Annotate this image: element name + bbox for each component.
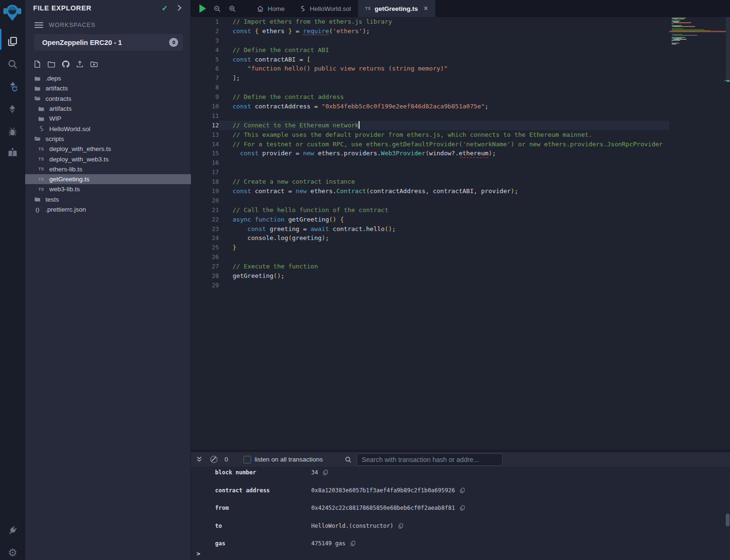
transaction-count: 0 [225,456,228,463]
tree-item--prettierrc-json[interactable]: {}.prettierrc.json [25,204,191,214]
import-icon[interactable] [90,60,98,68]
tree-item-contracts[interactable]: contracts [25,94,191,104]
tree-item-helloworld-sol[interactable]: HelloWorld.sol [25,124,191,133]
debugger-icon[interactable] [0,124,25,139]
tree-item--deps[interactable]: .deps [25,73,191,83]
settings-icon[interactable]: ⚙ [0,545,25,560]
publish-icon[interactable] [75,60,84,68]
tx-row-from: from0x42452c22c88178685850e68beb6cf0f2ae… [191,505,730,514]
tree-item-deploy-with-web3-ts[interactable]: TSdeploy_with_web3.ts [25,154,191,164]
code-text [219,168,669,177]
tree-item-scripts[interactable]: scripts [25,134,191,144]
line-number: 7 [191,73,219,83]
code-line-17: 17 [191,168,669,177]
copy-icon[interactable] [398,523,404,530]
line-number: 25 [191,243,219,252]
terminal-search-icon[interactable] [344,456,352,463]
tree-item-label: deploy_with_ethers.ts [49,145,111,152]
code-line-2: 2const { ethers } = require('ethers'); [191,27,669,36]
code-text: console.log(greeting); [219,233,669,243]
editor-scrollbar[interactable] [726,17,730,80]
tab-helloworld-sol[interactable]: HelloWorld.sol [292,0,358,17]
tx-row-to: toHelloWorld.(constructor) [191,523,730,532]
tab-home[interactable]: Home [250,0,292,17]
terminal-search-input[interactable] [357,453,503,466]
copy-icon[interactable] [460,488,465,495]
github-icon[interactable] [61,60,70,68]
solidity-compiler-icon[interactable] [0,79,25,94]
folder-icon [34,75,41,82]
listen-checkbox[interactable] [243,456,251,463]
tree-item-web3-lib-ts[interactable]: TSweb3-lib.ts [25,184,191,194]
json-icon: {} [34,207,41,213]
tree-item-tests[interactable]: tests [25,195,191,204]
copy-icon[interactable] [350,541,356,548]
copy-icon[interactable] [460,505,465,512]
clear-console-icon[interactable] [210,456,217,463]
line-number: 21 [191,205,219,215]
terminal-scrollbar[interactable] [726,514,730,526]
line-number: 27 [191,262,219,271]
code-line-27: 27// Execute the function [191,262,669,271]
ts-icon: TS [37,177,45,182]
minimap[interactable] [669,18,726,429]
new-file-icon[interactable] [33,60,41,68]
check-icon[interactable]: ✓ [162,4,168,13]
search-icon[interactable] [0,56,25,71]
folder-open-icon [34,135,41,142]
tree-item-artifacts[interactable]: artifacts [25,104,191,114]
tx-row-contract-address: contract address0x8a120383e6057b1f3aef4f… [191,487,730,497]
tree-item-wip[interactable]: WIP [25,114,191,124]
workspace-select[interactable]: OpenZeppelin ERC20 - 1 [34,34,183,51]
tab-getgreeting-ts[interactable]: TSgetGreeting.ts× [358,0,435,17]
code-text [219,252,669,262]
tx-row-value: 0x8a120383e6057b1f3aef4fa9b89c2f1b0a6959… [311,487,465,495]
file-explorer-icon[interactable] [0,34,25,49]
code-text [219,281,669,290]
line-number: 9 [191,92,219,102]
line-number: 16 [191,158,219,168]
code-editor[interactable]: 1// Import ethers from the ethers.js lib… [191,17,669,450]
ts-icon: TS [37,157,45,161]
tab-label: HelloWorld.sol [310,5,351,12]
code-text: // Connect to the Ethereum network [219,121,669,130]
line-number: 3 [191,36,219,45]
workspace-sorter-icon[interactable] [169,38,178,47]
tab-close-icon[interactable]: × [424,4,428,13]
tx-row-label: gas [215,540,225,547]
tree-item-label: .prettierrc.json [45,206,86,213]
code-line-14: 14// For a testnet or custom RPC, use et… [191,140,669,149]
code-line-18: 18// Create a new contract instance [191,177,669,187]
collapse-terminal-icon[interactable] [196,456,203,463]
code-line-24: 24 console.log(greeting); [191,233,669,243]
tree-item-ethers-lib-ts[interactable]: TSethers-lib.ts [25,164,191,174]
home-icon [257,5,264,12]
zoom-out-icon[interactable] [213,5,221,13]
tree-item-label: artifacts [49,105,72,112]
tree-item-deploy-with-ethers-ts[interactable]: TSdeploy_with_ethers.ts [25,144,191,154]
code-line-4: 4// Define the contract ABI [191,45,669,55]
plugin-manager-icon[interactable] [0,523,25,538]
zoom-in-icon[interactable] [228,5,236,13]
remix-logo[interactable] [1,1,24,24]
tree-item-getgreeting-ts[interactable]: TSgetGreeting.ts [25,174,191,184]
line-number: 6 [191,64,219,73]
learneth-icon[interactable] [0,145,25,160]
copy-icon[interactable] [323,470,328,477]
code-text: // Call the hello function of the contra… [219,205,669,215]
new-folder-icon[interactable] [47,60,55,68]
tree-item-artifacts[interactable]: artifacts [25,83,191,93]
tx-row-label: to [215,523,222,529]
workspaces-menu-icon[interactable] [35,22,43,29]
tx-row-label: block number [215,469,256,476]
tab-strip: HomeHelloWorld.solTSgetGreeting.ts× [250,0,435,17]
deploy-run-icon[interactable] [0,102,25,117]
chevron-right-icon[interactable] [175,5,181,11]
listen-label[interactable]: listen on all transactions [255,456,323,463]
text-cursor [359,121,360,129]
solidity-icon [299,5,306,12]
overview-ruler-marker [727,80,730,82]
code-line-20: 20 [191,196,669,205]
run-script-button[interactable] [199,4,206,13]
line-number: 26 [191,252,219,262]
